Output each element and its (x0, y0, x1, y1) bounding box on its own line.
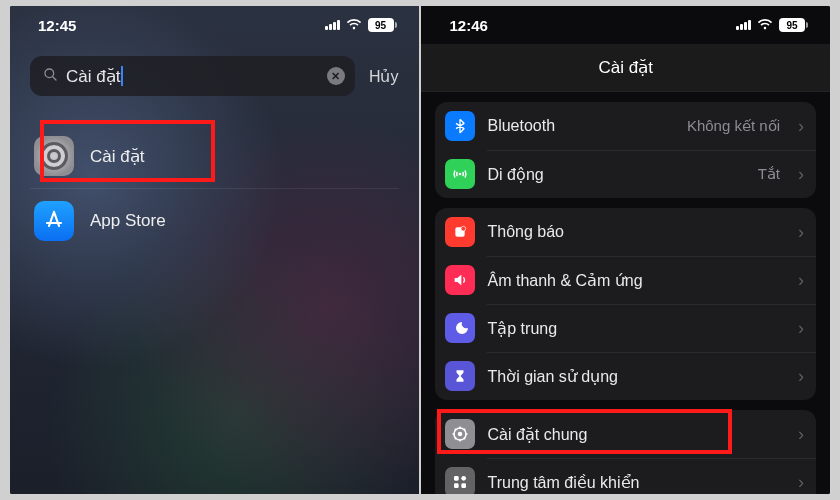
svg-point-3 (461, 226, 466, 231)
status-time: 12:45 (38, 17, 76, 34)
svg-point-0 (45, 69, 54, 78)
spotlight-search-screen: 12:45 95 Cài đặt ✕ Hủy (10, 6, 419, 494)
chevron-right-icon: › (798, 318, 804, 339)
search-input[interactable]: Cài đặt ✕ (30, 56, 355, 96)
settings-group: Thông báo › Âm thanh & Cảm ứng › Tập tru… (435, 208, 816, 400)
settings-row-cellular[interactable]: Di động Tắt › (435, 150, 816, 198)
focus-icon (445, 313, 475, 343)
settings-screen: 12:46 95 Cài đặt Bluetooth Không kết nối (421, 6, 830, 494)
svg-rect-9 (462, 483, 467, 488)
cellular-signal-icon (325, 20, 340, 30)
battery-indicator: 95 (779, 18, 808, 32)
cancel-button[interactable]: Hủy (369, 67, 399, 86)
cellular-signal-icon (736, 20, 751, 30)
settings-row-general[interactable]: Cài đặt chung › (435, 410, 816, 458)
settings-group: Bluetooth Không kết nối › Di động Tắt › (435, 102, 816, 198)
chevron-right-icon: › (798, 270, 804, 291)
wifi-icon (346, 19, 362, 31)
appstore-icon (34, 201, 74, 241)
settings-row-focus[interactable]: Tập trung › (435, 304, 816, 352)
status-time: 12:46 (449, 17, 487, 34)
settings-row-screentime[interactable]: Thời gian sử dụng › (435, 352, 816, 400)
general-icon (445, 419, 475, 449)
app-name-label: App Store (90, 211, 166, 231)
clear-search-button[interactable]: ✕ (327, 67, 345, 85)
settings-list[interactable]: Bluetooth Không kết nối › Di động Tắt › … (421, 92, 830, 494)
sound-icon (445, 265, 475, 295)
search-result-settings[interactable]: Cài đặt (30, 124, 399, 189)
battery-indicator: 95 (368, 18, 397, 32)
chevron-right-icon: › (798, 472, 804, 493)
svg-rect-6 (454, 476, 459, 481)
svg-point-5 (458, 432, 463, 437)
settings-icon (34, 136, 74, 176)
search-result-appstore[interactable]: App Store (30, 189, 399, 253)
svg-rect-8 (454, 483, 459, 488)
screentime-icon (445, 361, 475, 391)
search-query: Cài đặt (66, 66, 319, 87)
search-results: Cài đặt App Store (10, 106, 419, 253)
status-bar: 12:45 95 (10, 6, 419, 44)
bluetooth-icon (445, 111, 475, 141)
cellular-icon (445, 159, 475, 189)
notifications-icon (445, 217, 475, 247)
settings-row-notifications[interactable]: Thông báo › (435, 208, 816, 256)
control-center-icon (445, 467, 475, 494)
chevron-right-icon: › (798, 116, 804, 137)
wifi-icon (757, 19, 773, 31)
chevron-right-icon: › (798, 366, 804, 387)
settings-row-bluetooth[interactable]: Bluetooth Không kết nối › (435, 102, 816, 150)
settings-row-control-center[interactable]: Trung tâm điều khiển › (435, 458, 816, 494)
settings-group: Cài đặt chung › Trung tâm điều khiển › (435, 410, 816, 494)
chevron-right-icon: › (798, 222, 804, 243)
status-indicators: 95 (736, 18, 808, 32)
status-indicators: 95 (325, 18, 397, 32)
svg-rect-7 (462, 476, 467, 481)
chevron-right-icon: › (798, 164, 804, 185)
settings-row-sound[interactable]: Âm thanh & Cảm ứng › (435, 256, 816, 304)
chevron-right-icon: › (798, 424, 804, 445)
status-bar: 12:46 95 (421, 6, 830, 44)
app-name-label: Cài đặt (90, 146, 144, 167)
svg-point-1 (459, 173, 462, 176)
search-icon (42, 66, 58, 86)
settings-title: Cài đặt (421, 44, 830, 92)
